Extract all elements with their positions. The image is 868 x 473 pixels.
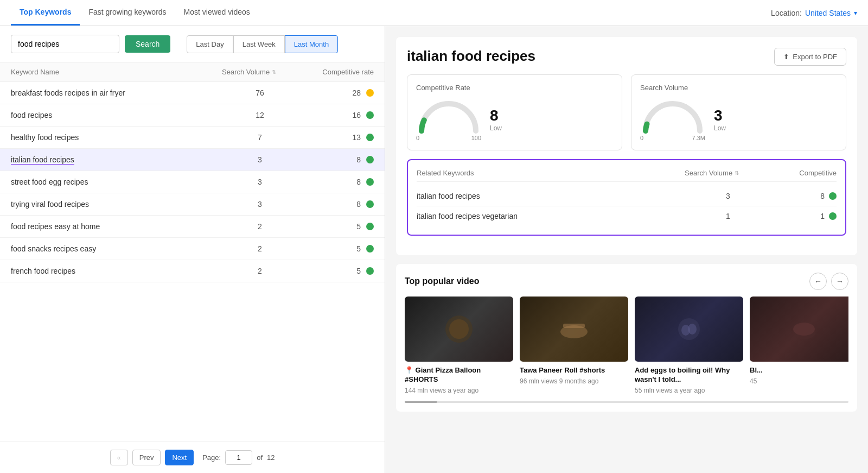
video-meta: 144 mln views a year ago [405, 387, 513, 394]
video-icon: 📍 [405, 366, 413, 374]
col-search-volume[interactable]: Search Volume ⇅ [222, 68, 298, 76]
page-input[interactable] [225, 450, 252, 465]
metric-label: Search Volume [640, 84, 837, 92]
keyword-name: trying viral food recipes [11, 200, 222, 209]
chevron-down-icon: ▾ [854, 9, 857, 17]
rate-cell: 16 [298, 111, 374, 119]
svg-point-1 [449, 319, 469, 339]
popular-videos-section: Top popular video ← → [396, 264, 857, 412]
total-pages: 12 [267, 453, 275, 462]
videos-row: 📍 Giant Pizza Balloon #SHORTS 144 mln vi… [405, 297, 848, 394]
pizza-image [443, 313, 475, 345]
export-icon: ⬆ [783, 53, 789, 61]
next-page-button[interactable]: Next [165, 450, 194, 465]
video-card[interactable]: Add eggs to boiling oil! Why wasn't I to… [635, 297, 743, 394]
export-button[interactable]: ⬆ Export to PDF [774, 48, 846, 66]
related-keyword-name: italian food recipes vegetarian [417, 212, 685, 220]
search-volume-cell: 7 [222, 133, 298, 142]
metric-value: 8 [490, 108, 499, 123]
search-volume-cell: 3 [222, 155, 298, 164]
popular-header: Top popular video ← → [405, 273, 848, 290]
video-thumbnail [635, 297, 743, 362]
video-title: 📍 Giant Pizza Balloon #SHORTS [405, 366, 513, 384]
related-vol: 1 [685, 212, 771, 220]
table-row[interactable]: street food egg recipes 3 8 [0, 171, 385, 193]
video-card[interactable]: 📍 Giant Pizza Balloon #SHORTS 144 mln vi… [405, 297, 513, 394]
related-keyword-row[interactable]: italian food recipes vegetarian 1 1 [417, 206, 837, 226]
next-video-button[interactable]: → [831, 273, 848, 290]
keyword-name: street food egg recipes [11, 178, 222, 186]
svg-point-6 [688, 324, 697, 335]
search-volume-card: Search Volume 0 7.3M [631, 74, 846, 150]
keyword-name: healthy food recipes [11, 133, 222, 142]
tab-top-keywords[interactable]: Top Keywords [11, 0, 80, 26]
table-row[interactable]: breakfast foods recipes in air fryer 76 … [0, 82, 385, 104]
video-title: Add eggs to boiling oil! Why wasn't I to… [635, 366, 743, 384]
gauge-labels: 0 100 [416, 135, 481, 141]
first-page-button[interactable]: « [110, 450, 128, 465]
table-row[interactable]: healthy food recipes 7 13 [0, 127, 385, 149]
gauge-min: 0 [640, 135, 643, 141]
video-thumbnail [750, 297, 848, 362]
related-keyword-row[interactable]: italian food recipes 3 8 [417, 186, 837, 206]
tab-most-viewed[interactable]: Most viewed videos [175, 0, 259, 26]
keyword-name: food snacks recipes easy [11, 244, 222, 253]
svg-point-8 [793, 323, 815, 336]
video-meta: 45 [750, 377, 848, 385]
main-layout: Search Last Day Last Week Last Month Key… [0, 26, 868, 473]
video-thumbnail [520, 297, 628, 362]
video-thumbnail [405, 297, 513, 362]
gauge-min: 0 [416, 135, 419, 141]
video-meta: 96 mln views 9 months ago [520, 377, 628, 385]
popular-title: Top popular video [405, 276, 479, 286]
time-filter-last-month[interactable]: Last Month [285, 35, 338, 53]
col-competitive-rate: Competitive rate [298, 68, 374, 76]
search-button[interactable]: Search [125, 35, 170, 53]
svg-rect-3 [563, 324, 585, 328]
rate-dot [366, 89, 374, 97]
location-area: Location: United States ▾ [771, 9, 857, 17]
of-label: of [257, 453, 263, 462]
competitive-rate-card: Competitive Rate 0 100 [407, 74, 622, 150]
table-row[interactable]: food snacks recipes easy 2 5 [0, 238, 385, 260]
prev-video-button[interactable]: ← [809, 273, 827, 290]
video-card[interactable]: Tawa Paneer Roll #shorts 96 mln views 9 … [520, 297, 628, 394]
video-scrollbar-thumb[interactable] [405, 401, 437, 403]
video-title: Bl... [750, 366, 848, 375]
location-value[interactable]: United States [805, 9, 851, 17]
search-input[interactable] [11, 35, 119, 53]
time-filter-last-week[interactable]: Last Week [233, 35, 285, 53]
related-keyword-name: italian food recipes [417, 192, 685, 200]
rate-cell: 8 [298, 200, 374, 209]
table-row[interactable]: food recipes 12 16 [0, 104, 385, 127]
related-keywords-header: Related Keywords Search Volume ⇅ Competi… [417, 169, 837, 182]
metric-label: Competitive Rate [416, 84, 613, 92]
competitive-rate-gauge [416, 98, 481, 134]
time-filters: Last Day Last Week Last Month [187, 35, 338, 53]
rate-dot [366, 267, 374, 275]
search-volume-gauge [640, 98, 705, 134]
detail-card: italian food recipes ⬆ Export to PDF Com… [396, 37, 857, 255]
rate-dot [366, 200, 374, 208]
metric-value: 3 [714, 108, 723, 123]
table-row[interactable]: food recipes easy at home 2 5 [0, 216, 385, 238]
table-row[interactable]: french food recipes 2 5 [0, 260, 385, 282]
bowl-image [788, 313, 820, 345]
search-volume-cell: 12 [222, 111, 298, 119]
table-row[interactable]: italian food recipes 3 8 [0, 149, 385, 171]
prev-page-button[interactable]: Prev [132, 450, 161, 465]
keyword-table: breakfast foods recipes in air fryer 76 … [0, 82, 385, 442]
related-keywords-card: Related Keywords Search Volume ⇅ Competi… [407, 159, 846, 236]
table-row[interactable]: trying viral food recipes 3 8 [0, 193, 385, 216]
left-panel: Search Last Day Last Week Last Month Key… [0, 26, 385, 473]
related-col-keywords: Related Keywords [417, 169, 685, 177]
video-card[interactable]: Bl... 45 [750, 297, 848, 394]
tab-fast-growing[interactable]: Fast growing keywords [80, 0, 175, 26]
table-header: Keyword Name Search Volume ⇅ Competitive… [0, 62, 385, 82]
rate-cell: 5 [298, 267, 374, 275]
rate-dot [829, 192, 837, 200]
time-filter-last-day[interactable]: Last Day [187, 35, 233, 53]
rate-dot [366, 111, 374, 119]
keyword-name: italian food recipes [11, 155, 222, 164]
eggs-image [673, 313, 705, 345]
